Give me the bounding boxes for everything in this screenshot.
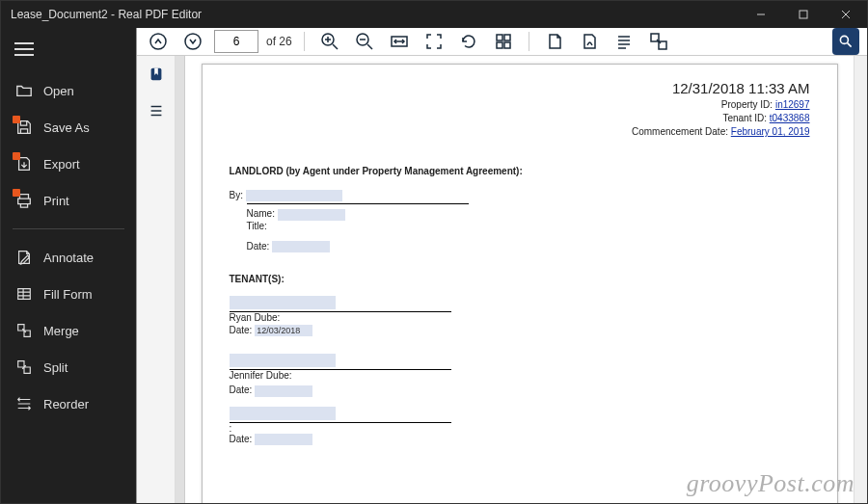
sidebar-item-export[interactable]: Export <box>1 146 136 182</box>
folder-icon <box>14 81 34 100</box>
form-field-date[interactable]: 12/03/2018 <box>255 325 312 336</box>
form-icon <box>14 284 34 304</box>
form-field[interactable] <box>230 407 336 420</box>
pdf-page: 12/31/2018 11:33 AM Property ID: in12697… <box>202 64 838 504</box>
fit-width-button[interactable] <box>386 28 413 55</box>
print-icon <box>14 191 34 210</box>
sidebar-item-label: Merge <box>43 324 79 338</box>
outline-panel-button[interactable] <box>148 102 165 123</box>
split-icon <box>14 358 34 377</box>
text-view-button[interactable] <box>610 28 637 55</box>
window-minimize-button[interactable] <box>740 1 782 28</box>
reorder-icon <box>14 394 34 413</box>
tenant-id-line: Tenant ID: t0433868 <box>230 112 810 125</box>
form-field[interactable] <box>255 434 312 445</box>
tenants-heading: TENANT(S): <box>230 274 810 284</box>
signer-name-3: : <box>230 423 810 434</box>
annotate-icon <box>14 248 34 267</box>
signer-name-2: Jennifer Dube: <box>230 370 810 381</box>
vertical-scrollbar[interactable] <box>854 56 867 504</box>
export-icon <box>14 154 34 173</box>
signer-name-1: Ryan Dube: <box>230 312 810 323</box>
sidebar-item-label: Save As <box>43 120 90 135</box>
sidebar-item-label: Split <box>43 360 68 375</box>
title-label: Title: <box>247 221 267 231</box>
svg-rect-20 <box>497 42 502 48</box>
property-id-link[interactable]: in12697 <box>775 99 810 110</box>
zoom-out-button[interactable] <box>351 28 378 55</box>
form-field[interactable] <box>246 190 342 201</box>
svg-rect-19 <box>504 35 510 40</box>
landlord-heading: LANDLORD (by Agent under Property Manage… <box>230 166 810 176</box>
date-label: Date: <box>230 385 253 395</box>
svg-rect-18 <box>497 35 502 40</box>
merge-icon <box>14 321 34 340</box>
sidebar-item-save-as[interactable]: Save As <box>1 109 136 146</box>
document-viewport[interactable]: 12/31/2018 11:33 AM Property ID: in12697… <box>185 56 854 504</box>
sidebar-item-label: Export <box>43 157 80 172</box>
sidebar-item-split[interactable]: Split <box>1 349 136 385</box>
signature-line <box>247 203 469 204</box>
form-field[interactable] <box>230 296 336 309</box>
window-title: Lease_Document2 - Real PDF Editor <box>11 8 202 21</box>
svg-rect-21 <box>504 42 510 48</box>
sidebar-item-merge[interactable]: Merge <box>1 312 136 349</box>
svg-point-29 <box>840 36 848 43</box>
date-label: Date: <box>230 434 253 444</box>
window-close-button[interactable] <box>825 1 867 28</box>
form-field[interactable] <box>230 354 336 367</box>
commencement-line: Commencement Date: February 01, 2019 <box>230 125 810 139</box>
sidebar: Open Save As Export Print <box>1 28 136 504</box>
sidebar-item-fill-form[interactable]: Fill Form <box>1 276 136 312</box>
bookmarks-panel-button[interactable] <box>148 66 165 87</box>
sidebar-item-print[interactable]: Print <box>1 182 136 219</box>
svg-line-30 <box>848 43 852 47</box>
page-number-input[interactable] <box>214 30 258 53</box>
window-maximize-button[interactable] <box>782 1 825 28</box>
by-label: By: <box>230 190 243 200</box>
fit-page-button[interactable] <box>420 28 448 55</box>
panel-resize-handle[interactable] <box>176 56 185 504</box>
next-page-button[interactable] <box>179 28 206 55</box>
toolbar: of 26 <box>137 28 867 56</box>
edit-page-button[interactable] <box>541 28 568 55</box>
window-titlebar: Lease_Document2 - Real PDF Editor <box>1 1 867 28</box>
sidebar-item-label: Print <box>43 194 69 208</box>
menu-toggle-button[interactable] <box>1 36 136 72</box>
search-button[interactable] <box>832 28 859 55</box>
sidebar-item-annotate[interactable]: Annotate <box>1 239 136 276</box>
side-panel-strip <box>137 56 176 504</box>
name-label: Name: <box>247 208 275 219</box>
form-field[interactable] <box>278 209 345 221</box>
sidebar-item-label: Open <box>43 84 74 98</box>
date-label: Date: <box>230 325 253 335</box>
property-id-line: Property ID: in12697 <box>230 98 810 112</box>
sidebar-item-label: Reorder <box>43 397 89 411</box>
thumbnails-button[interactable] <box>490 28 517 55</box>
svg-rect-1 <box>800 11 807 18</box>
sidebar-item-label: Annotate <box>43 251 94 265</box>
page-total-label: of 26 <box>266 35 292 48</box>
page-timestamp: 12/31/2018 11:33 AM <box>230 78 810 98</box>
rotate-button[interactable] <box>455 28 482 55</box>
toolbar-separator <box>304 32 305 51</box>
svg-line-14 <box>367 44 372 49</box>
sidebar-item-label: Fill Form <box>43 287 93 302</box>
sidebar-item-reorder[interactable]: Reorder <box>1 385 136 422</box>
save-icon <box>14 118 34 137</box>
svg-point-7 <box>150 34 166 49</box>
commencement-date-link[interactable]: February 01, 2019 <box>731 126 810 137</box>
svg-line-10 <box>333 44 338 49</box>
sidebar-item-open[interactable]: Open <box>1 72 136 109</box>
zoom-in-button[interactable] <box>316 28 343 55</box>
prev-page-button[interactable] <box>145 28 172 55</box>
sign-button[interactable] <box>576 28 603 55</box>
form-field[interactable] <box>255 385 312 397</box>
tenant-id-link[interactable]: t0433868 <box>770 113 810 123</box>
toolbar-separator <box>529 32 529 51</box>
form-field[interactable] <box>272 241 330 252</box>
compare-button[interactable] <box>645 28 672 55</box>
svg-point-8 <box>185 34 201 49</box>
date-label: Date: <box>247 241 270 252</box>
sidebar-divider <box>13 228 124 229</box>
